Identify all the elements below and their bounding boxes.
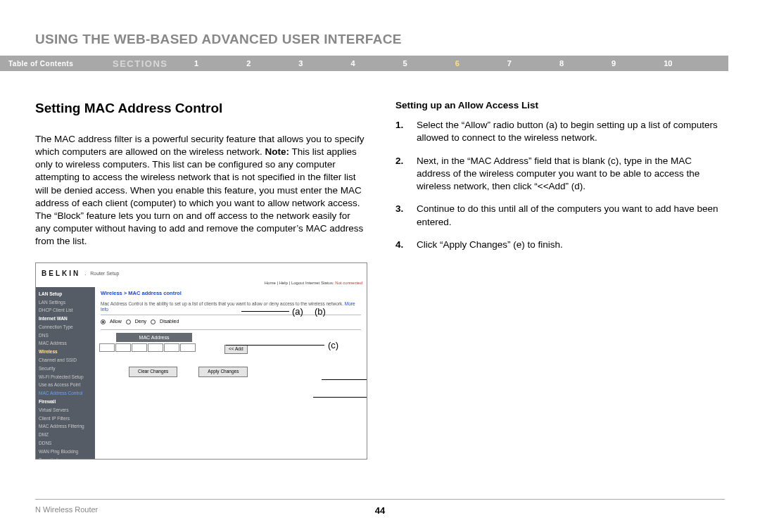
nav-1[interactable]: 1	[194, 59, 198, 68]
section-heading: Setting MAC Address Control	[35, 99, 367, 118]
router-sidebar-item[interactable]: Wireless	[39, 348, 92, 356]
footer-product: N Wireless Router	[35, 505, 98, 514]
step-4: Click “Apply Changes” (e) to finish.	[395, 239, 725, 251]
router-breadcrumb: Wireless > MAC address control	[101, 290, 361, 297]
router-sidebar-item[interactable]: DHCP Client List	[39, 306, 92, 315]
router-sidebar-item[interactable]: Connection Type	[39, 323, 92, 331]
router-sidebar-item[interactable]: Client IP Filters	[39, 414, 92, 423]
router-radio-group: Allow Deny Disabled	[101, 318, 361, 324]
nav-toc[interactable]: Table of Contents	[8, 60, 113, 68]
intro-suffix: This list applies only to wireless compu…	[35, 146, 363, 247]
router-sidebar-item[interactable]: Virtual Servers	[39, 406, 92, 414]
router-sidebar-item[interactable]: DDNS	[39, 439, 92, 448]
router-sidebar-item[interactable]: WAN Ping Blocking	[39, 448, 92, 456]
router-status-state: Not connected	[335, 281, 362, 285]
router-sidebar-item[interactable]: Security	[39, 365, 92, 373]
nav-2[interactable]: 2	[246, 59, 251, 68]
nav-9[interactable]: 9	[612, 59, 616, 68]
apply-changes-button[interactable]: Apply Changes	[198, 367, 248, 377]
nav-numbers: 1 2 3 4 5 6 7 8 9 10	[194, 59, 728, 68]
section-nav-bar: Table of Contents SECTIONS 1 2 3 4 5 6 7…	[0, 56, 728, 71]
mac-cell[interactable]	[180, 343, 196, 352]
router-sidebar-item[interactable]: MAC Address	[39, 339, 92, 348]
router-brand: BELKIN	[42, 269, 80, 279]
router-desc-text: Mac Address Control is the ability to se…	[101, 301, 343, 306]
callout-a: (a)	[292, 305, 303, 318]
nav-3[interactable]: 3	[298, 59, 303, 68]
router-sidebar-item[interactable]: MAC Address Filtering	[39, 422, 92, 431]
nav-sections-label: SECTIONS	[113, 58, 194, 69]
callout-c: (c)	[328, 339, 338, 352]
chapter-title: USING THE WEB-BASED ADVANCED USER INTERF…	[0, 0, 760, 56]
note-label: Note:	[265, 146, 289, 157]
left-column: Setting MAC Address Control The MAC addr…	[35, 99, 367, 460]
mac-cell[interactable]	[132, 343, 147, 352]
router-screenshot: BELKIN . Router Setup Home | Help | Logo…	[35, 262, 367, 460]
intro-paragraph: The MAC address filter is a powerful sec…	[35, 133, 367, 248]
step-1: Select the “Allow” radio button (a) to b…	[395, 119, 725, 144]
step-3: Continue to do this until all of the com…	[395, 203, 725, 228]
router-setup-label: Router Setup	[90, 270, 119, 277]
clear-changes-button[interactable]: Clear Changes	[129, 367, 177, 377]
radio-allow-label: Allow	[110, 318, 122, 324]
router-sidebar-item[interactable]: Firewall	[39, 398, 92, 406]
radio-disabled-label: Disabled	[160, 318, 179, 324]
router-sidebar-item[interactable]: LAN Settings	[39, 298, 92, 307]
radio-allow[interactable]	[101, 319, 106, 324]
radio-disabled[interactable]	[151, 319, 156, 324]
router-sidebar-item[interactable]: DNS	[39, 331, 92, 340]
radio-deny[interactable]	[126, 319, 131, 324]
mac-cell[interactable]	[164, 343, 179, 352]
router-status-bar: Home | Help | Logout Internet Status: No…	[36, 280, 367, 287]
step-2: Next, in the “MAC Address” field that is…	[395, 155, 725, 194]
router-status-links: Home | Help | Logout Internet Status:	[265, 281, 334, 285]
router-main-panel: Wireless > MAC address control Mac Addre…	[95, 287, 367, 460]
nav-5[interactable]: 5	[403, 59, 407, 68]
steps-list: Select the “Allow” radio button (a) to b…	[395, 119, 725, 251]
mac-table-header: MAC Address	[116, 333, 192, 342]
mac-cell[interactable]	[148, 343, 163, 352]
nav-8[interactable]: 8	[559, 59, 564, 68]
router-sidebar-item[interactable]: MAC Address Control	[39, 389, 92, 398]
add-button[interactable]: << Add	[224, 345, 248, 354]
router-sidebar-item[interactable]: Use as Access Point	[39, 381, 92, 389]
nav-4[interactable]: 4	[350, 59, 355, 68]
subsection-heading: Setting up an Allow Access List	[395, 99, 725, 112]
router-sidebar-item[interactable]: Channel and SSID	[39, 356, 92, 365]
router-sidebar-item[interactable]: Wi-Fi Protected Setup	[39, 373, 92, 381]
content-area: Setting MAC Address Control The MAC addr…	[0, 71, 760, 460]
page-footer: N Wireless Router 44	[35, 499, 725, 514]
nav-6-active[interactable]: 6	[455, 59, 460, 68]
mac-cell[interactable]	[99, 343, 115, 352]
router-sidebar-item[interactable]: Internet WAN	[39, 315, 92, 323]
page-number: 44	[375, 505, 385, 516]
mac-cell[interactable]	[115, 343, 131, 352]
radio-deny-label: Deny	[135, 318, 146, 324]
nav-7[interactable]: 7	[507, 59, 512, 68]
nav-10[interactable]: 10	[664, 59, 672, 68]
router-sidebar-item[interactable]: Security Log	[39, 456, 92, 460]
router-sidebar-item[interactable]: LAN Setup	[39, 290, 92, 298]
router-sidebar-item[interactable]: DMZ	[39, 431, 92, 439]
callout-b: (b)	[315, 305, 326, 318]
right-column: Setting up an Allow Access List Select t…	[395, 99, 725, 460]
router-sidebar: LAN SetupLAN SettingsDHCP Client ListInt…	[36, 287, 95, 460]
